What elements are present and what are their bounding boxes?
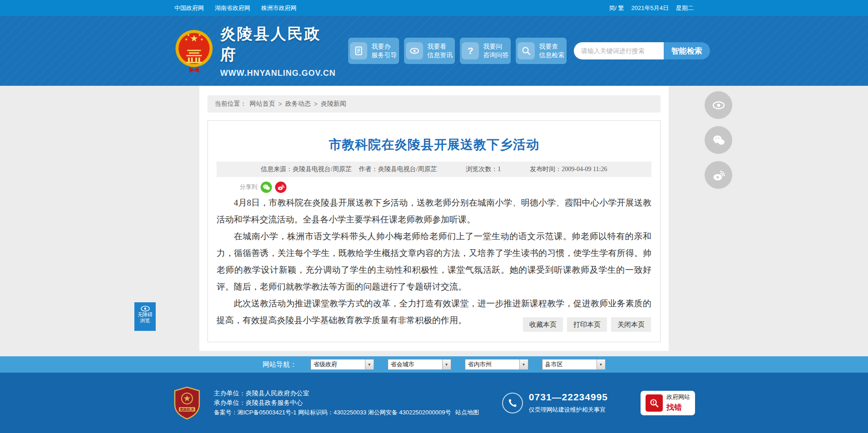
- quick-button-news[interactable]: 我要看信息资讯: [404, 38, 455, 64]
- breadcrumb-separator: >: [314, 100, 317, 108]
- quick-button-service-guide[interactable]: 我要办服务引导: [348, 38, 399, 64]
- close-page-button[interactable]: 关闭本页: [611, 317, 651, 332]
- article-body: 4月8日，市教科院在炎陵县开展送教下乡活动，送教老师分别在城南小学、明德小学、霞…: [217, 194, 651, 329]
- gov-links: 中国政府网 湖南省政府网 株洲市政府网: [174, 4, 296, 12]
- meta-views-label: 浏览次数：: [466, 166, 498, 172]
- select-value: 省级政府: [311, 360, 337, 369]
- quick-service-buttons: 我要办服务引导 我要看信息资讯 ? 我要问咨询问答 我要查信息检索: [348, 38, 567, 64]
- breadcrumb-gov-news[interactable]: 政务动态: [285, 100, 311, 108]
- article-paragraph: 4月8日，市教科院在炎陵县开展送教下乡活动，送教老师分别在城南小学、明德小学、霞…: [217, 194, 651, 228]
- quick-button-label: 我要办: [371, 42, 397, 51]
- eye-icon: [406, 42, 423, 59]
- meta-time: 2009-04-09 11:26: [562, 166, 607, 172]
- article-actions: 收藏本页 打印本页 关闭本页: [523, 317, 651, 332]
- meta-author: 炎陵县电视台/周原芷: [378, 166, 437, 172]
- icp-record: 备案号：湘ICP备05003421号-1 网站标识码：4302250033 湘公…: [214, 409, 451, 416]
- select-capital-cities[interactable]: 省会城市 ▼: [388, 359, 451, 370]
- site-header: 炎陵县人民政府 WWW.HNYANLING.GOV.CN 我要办服务引导 我要看…: [0, 16, 868, 86]
- select-value: 省内市州: [465, 360, 492, 369]
- accessibility-browse-button[interactable]: 无障碍 浏览: [134, 302, 156, 331]
- meta-source-label: 信息来源：: [261, 166, 293, 172]
- phone-icon: [502, 393, 523, 413]
- badge-line2: 找错: [666, 402, 690, 413]
- site-name: 炎陵县人民政府: [220, 24, 336, 65]
- accessibility-label-line2: 浏览: [140, 318, 150, 324]
- meta-source: 炎陵县电视台/周原芷: [293, 166, 352, 172]
- breadcrumb-home[interactable]: 网站首页: [250, 100, 275, 108]
- quick-button-label: 我要问: [483, 42, 508, 51]
- weibo-icon[interactable]: [275, 182, 286, 193]
- nav-strip-label: 网站导航：: [263, 360, 297, 369]
- print-page-button[interactable]: 打印本页: [567, 317, 607, 332]
- footer-icp-line: 备案号：湘ICP备05003421号-1 网站标识码：4302250033 湘公…: [214, 408, 479, 417]
- weibo-icon[interactable]: [705, 161, 732, 189]
- national-emblem-icon: [174, 29, 214, 73]
- accessibility-label-line1: 无障碍: [138, 312, 153, 318]
- meta-time-label: 发布时间：: [530, 166, 562, 172]
- search-icon: [518, 42, 535, 59]
- site-url: WWW.HNYANLING.GOV.CN: [220, 69, 336, 78]
- footer-undertaker-line: 承办单位：炎陵县政务服务中心: [214, 398, 479, 408]
- question-icon: ?: [462, 42, 479, 59]
- quick-button-sublabel: 咨询问答: [483, 51, 508, 59]
- meta-author-label: 作者：: [359, 166, 378, 172]
- lang-toggle[interactable]: 简/ 繁: [609, 4, 624, 12]
- eye-icon[interactable]: [705, 91, 732, 119]
- article-paragraph: 在城南小学，株洲市语文学科带头人帅小梅老师给老师们上了一堂生动的语文示范课。帅老…: [217, 228, 651, 295]
- wechat-icon[interactable]: [261, 182, 272, 193]
- topbar-link-zhuzhou-gov[interactable]: 株洲市政府网: [261, 4, 296, 12]
- organizer-label: 主办单位：: [214, 389, 246, 397]
- quick-button-label: 我要查: [539, 42, 564, 51]
- undertaker-value: 炎陵县政务服务中心: [246, 399, 303, 406]
- quick-button-sublabel: 服务引导: [371, 51, 397, 59]
- site-nav-strip: 网站导航： 省级政府 ▼ 省会城市 ▼ 省内市州 ▼ 县市区 ▼: [0, 356, 868, 373]
- badge-line1: 政府网站: [666, 393, 690, 401]
- breadcrumb-label: 当前位置：: [215, 100, 247, 108]
- wechat-icon[interactable]: [705, 126, 732, 154]
- current-date: 2021年5月4日: [631, 4, 669, 12]
- article-meta: 信息来源：炎陵县电视台/周原芷 作者：炎陵县电视台/周原芷 浏览次数：1 发布时…: [217, 162, 651, 177]
- quick-button-search-info[interactable]: 我要查信息检索: [516, 38, 567, 64]
- footer-organizer-line: 主办单位：炎陵县人民政府办公室: [214, 389, 479, 398]
- contact-phone-number: 0731—22234995: [529, 392, 608, 403]
- breadcrumb-yanling-news[interactable]: 炎陵新闻: [321, 100, 346, 108]
- chevron-down-icon: ▼: [597, 359, 605, 369]
- error-report-icon: [646, 394, 663, 412]
- eye-icon: [141, 305, 150, 312]
- select-provincial-gov[interactable]: 省级政府 ▼: [311, 359, 374, 370]
- chevron-down-icon: ▼: [442, 359, 451, 369]
- quick-button-label: 我要看: [427, 42, 453, 51]
- current-weekday: 星期二: [676, 4, 694, 12]
- quick-button-qna[interactable]: ? 我要问咨询问答: [460, 38, 511, 64]
- breadcrumb-separator: >: [278, 100, 282, 108]
- meta-views: 1: [498, 166, 501, 172]
- gov-site-error-report-badge[interactable]: 政府网站 找错: [641, 391, 695, 415]
- site-search: 智能检索: [574, 42, 710, 59]
- quick-button-sublabel: 信息资讯: [427, 51, 453, 59]
- quick-button-sublabel: 信息检索: [539, 51, 564, 59]
- topbar-link-china-gov[interactable]: 中国政府网: [174, 4, 204, 12]
- breadcrumb: 当前位置： 网站首页 > 政务动态 > 炎陵新闻: [207, 95, 661, 113]
- select-province-cities[interactable]: 省内市州 ▼: [465, 359, 528, 370]
- smart-search-button[interactable]: 智能检索: [664, 42, 710, 59]
- top-bar: 中国政府网 湖南省政府网 株洲市政府网 简/ 繁 2021年5月4日 星期二: [0, 0, 868, 16]
- topbar-link-hunan-gov[interactable]: 湖南省政府网: [215, 4, 250, 12]
- article-title: 市教科院在炎陵县开展送教下乡活动: [216, 136, 652, 153]
- floating-share-menu: [705, 91, 732, 189]
- sitemap-link[interactable]: 站点地图: [455, 409, 479, 416]
- party-gov-shield-icon: 党政机关: [173, 386, 201, 420]
- select-value: 县市区: [542, 360, 563, 369]
- select-counties[interactable]: 县市区 ▼: [542, 359, 606, 370]
- undertaker-label: 承办单位：: [214, 399, 246, 406]
- chevron-down-icon: ▼: [519, 359, 528, 369]
- search-input[interactable]: [574, 42, 664, 59]
- site-footer: 党政机关 主办单位：炎陵县人民政府办公室 承办单位：炎陵县政务服务中心 备案号：…: [0, 373, 868, 433]
- bookmark-page-button[interactable]: 收藏本页: [523, 317, 563, 332]
- main-content: 当前位置： 网站首页 > 政务动态 > 炎陵新闻 市教科院在炎陵县开展送教下乡活…: [0, 86, 868, 356]
- select-value: 省会城市: [388, 360, 414, 369]
- article: 市教科院在炎陵县开展送教下乡活动 信息来源：炎陵县电视台/周原芷 作者：炎陵县电…: [207, 120, 661, 342]
- organizer-value: 炎陵县人民政府办公室: [246, 389, 309, 397]
- document-icon: [350, 42, 367, 59]
- site-logo[interactable]: 炎陵县人民政府 WWW.HNYANLING.GOV.CN: [174, 24, 336, 78]
- svg-text:党政机关: 党政机关: [179, 408, 194, 412]
